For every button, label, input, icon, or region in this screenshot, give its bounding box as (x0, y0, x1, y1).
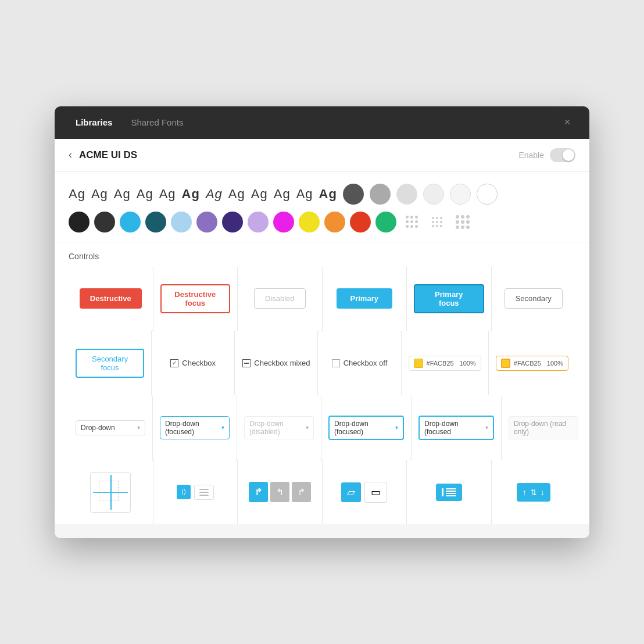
font-sample-5: Ag (159, 187, 176, 202)
dropdown-1-label: Drop-down (81, 424, 115, 432)
font-sample-4: Ag (137, 187, 153, 202)
dropdown-1-chevron: ▾ (137, 424, 140, 431)
font-samples-row: Ag Ag Ag Ag Ag Ag Ag Ag Ag Ag Ag Ag (69, 184, 575, 205)
control-cell-color-picker-1: #FACB25 100% (402, 331, 488, 395)
library-title-group: ‹ ACME UI DS (69, 149, 137, 161)
color-box-2 (501, 359, 510, 368)
color-swatch-yellow[interactable] (299, 212, 320, 232)
code-icon-btn[interactable]: ⟨⟩ (177, 485, 191, 499)
control-cell-checkbox-mixed: Checkbox mixed (235, 331, 317, 395)
checkbox-mixed-item[interactable]: Checkbox mixed (242, 359, 310, 367)
checkbox-item[interactable]: ✓ Checkbox (170, 359, 216, 367)
control-cell-distribute: ↑ ⇅ ↓ (492, 460, 576, 524)
tab-libraries[interactable]: Libraries (69, 113, 119, 132)
arrow-back-icon-btn[interactable]: ↰ (270, 482, 289, 502)
color-swatch-dark-purple[interactable] (222, 212, 243, 232)
checkbox-mixed-icon (242, 359, 251, 367)
control-cell-dropdown-5: Drop-down (focused ▾ (412, 396, 501, 460)
device-phone-icon-btn[interactable]: ▱ (341, 482, 361, 502)
device-tablet-icon-btn[interactable]: ▭ (364, 482, 387, 503)
color-swatch-teal[interactable] (145, 212, 166, 232)
control-cell-secondary: Secondary (492, 267, 576, 331)
control-cell-secondary-focus: Secondary focus (69, 331, 151, 395)
primary-button[interactable]: Primary (337, 288, 392, 309)
color-swatch-magenta[interactable] (273, 212, 294, 232)
control-cell-devices: ▱ ▭ (323, 460, 407, 524)
color-swatch-dark-gray[interactable] (343, 184, 364, 205)
destructive-focus-button[interactable]: Destructive focus (160, 284, 231, 313)
control-cell-dropdown-4: Drop-down (focused) ▾ (321, 396, 411, 460)
control-cell-color-picker-2: #FACB25 100% (489, 331, 575, 395)
distribute-icons-group[interactable]: ↑ ⇅ ↓ (517, 483, 550, 502)
destructive-button[interactable]: Destructive (80, 288, 142, 309)
color-swatch-black[interactable] (69, 212, 90, 232)
control-cell-dropdown-3: Drop-down (disabled) ▾ (237, 396, 321, 460)
font-sample-7: Ag (206, 187, 223, 202)
dropdown-2[interactable]: Drop-down (focused) ▾ (160, 416, 230, 439)
color-swatch-white[interactable] (477, 184, 498, 205)
control-cell-destructive: Destructive (69, 267, 153, 331)
arrow-right-icon-btn[interactable]: ↱ (292, 482, 311, 502)
main-window: Libraries Shared Fonts × ‹ ACME UI DS En… (55, 106, 589, 538)
control-cell-crosshair (69, 460, 153, 524)
checkbox-off-item[interactable]: Checkbox off (332, 359, 388, 367)
swatches-area: Ag Ag Ag Ag Ag Ag Ag Ag Ag Ag Ag Ag (55, 172, 589, 242)
secondary-button[interactable]: Secondary (505, 288, 563, 309)
color-swatch-lavender[interactable] (248, 212, 269, 232)
color-picker-2[interactable]: #FACB25 100% (496, 356, 568, 371)
crosshair-box (90, 472, 131, 513)
control-cell-code-list: ⟨⟩ (153, 460, 238, 524)
arrow-left-icon-btn[interactable]: ↱ (249, 482, 268, 502)
dropdown-3-chevron: ▾ (306, 424, 309, 431)
checkbox-checked-icon: ✓ (170, 359, 178, 367)
tab-shared-fonts[interactable]: Shared Fonts (124, 113, 190, 132)
library-header: ‹ ACME UI DS Enable (55, 139, 589, 172)
color-swatch-dark[interactable] (94, 212, 115, 232)
control-cell-primary: Primary (323, 267, 407, 331)
library-name: ACME UI DS (79, 149, 137, 161)
controls-grid-row1: Destructive Destructive focus Disabled P… (69, 267, 575, 331)
color-swatch-gray[interactable] (370, 184, 391, 205)
color-swatch-cyan[interactable] (120, 212, 141, 232)
back-button[interactable]: ‹ (69, 149, 72, 161)
distribute-up-icon: ↑ (523, 488, 527, 497)
dropdown-1[interactable]: Drop-down ▾ (76, 420, 145, 435)
color-swatch-green[interactable] (375, 212, 396, 232)
control-cell-disabled: Disabled (238, 267, 322, 331)
dropdown-5-label: Drop-down (focused (424, 420, 485, 436)
secondary-focus-button[interactable]: Secondary focus (76, 349, 144, 378)
distribute-center-icon: ⇅ (530, 488, 537, 497)
color-percent-2: 100% (547, 360, 563, 367)
font-sample-12: Ag (319, 187, 337, 202)
crosshair-icon (99, 481, 122, 504)
control-cell-checkbox-off: Checkbox off (318, 331, 400, 395)
color-swatch-red[interactable] (350, 212, 371, 232)
dropdown-3: Drop-down (disabled) ▾ (244, 416, 314, 439)
toggle-knob (563, 149, 574, 161)
control-cell-dropdown-6: Drop-down (read only) (502, 396, 585, 460)
align-icons-group[interactable] (436, 484, 462, 501)
dropdown-4-chevron: ▾ (395, 424, 398, 431)
color-picker-1[interactable]: #FACB25 100% (409, 356, 481, 371)
section-label-controls: Controls (55, 242, 589, 267)
color-swatch-light-blue[interactable] (171, 212, 192, 232)
control-cell-arrows: ↱ ↰ ↱ (238, 460, 322, 524)
list-icon-btn[interactable] (194, 485, 214, 500)
color-swatch-near-white[interactable] (450, 184, 471, 205)
dropdown-4[interactable]: Drop-down (focused) ▾ (328, 416, 404, 440)
color-swatch-light-gray[interactable] (396, 184, 417, 205)
color-swatch-orange[interactable] (324, 212, 345, 232)
close-button[interactable]: × (559, 115, 575, 131)
enable-toggle[interactable] (550, 148, 575, 162)
primary-focus-button[interactable]: Primary focus (414, 284, 484, 313)
dropdown-5[interactable]: Drop-down (focused ▾ (418, 416, 494, 440)
control-cell-dropdown-2: Drop-down (focused) ▾ (153, 396, 237, 460)
checkbox-label: Checkbox (182, 359, 216, 367)
controls-grid-row4: ⟨⟩ ↱ ↰ ↱ (69, 460, 575, 524)
color-value-1: #FACB25 (427, 360, 454, 367)
titlebar-tabs: Libraries Shared Fonts (69, 113, 190, 132)
color-swatch-lighter-gray[interactable] (423, 184, 444, 205)
enable-group: Enable (518, 148, 575, 162)
color-swatch-purple[interactable] (196, 212, 217, 232)
dropdown-4-label: Drop-down (focused) (334, 420, 395, 436)
